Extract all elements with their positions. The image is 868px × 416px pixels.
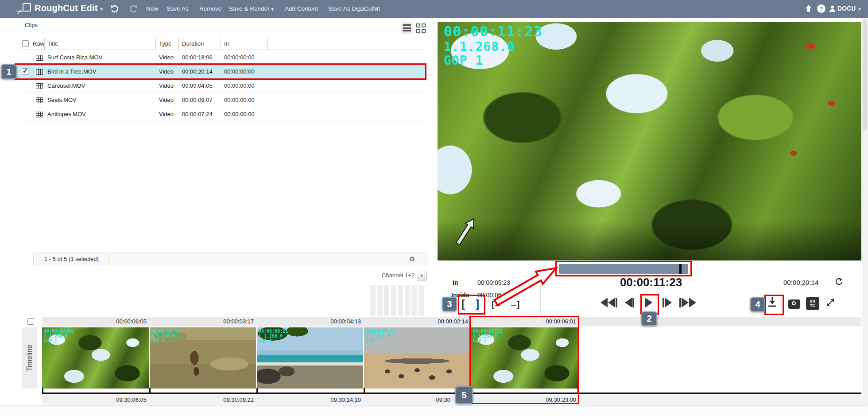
annotation-badge-1: 1 [1,64,17,79]
step-forward-button[interactable] [663,298,672,307]
ruler-tick [256,388,258,393]
app-title[interactable]: RoughCut Edit [35,3,98,13]
in-label: In [453,279,458,286]
user-icon[interactable] [829,5,836,12]
clip-out-timecode: 00:00:20:14 [783,279,818,286]
clip-type: Video [159,82,174,89]
fullscreen-icon[interactable] [825,298,835,307]
column-divider [267,38,268,50]
clip-duration: 00:00:09:07 [182,97,213,103]
horizontal-scrollbar[interactable]: ‹ › [0,405,868,416]
clip-type: Video [159,54,174,61]
column-header-type[interactable]: Type [159,40,171,47]
video-timecode-overlay: 00:00:11:23 1.1.268.0 GOP 1 [444,24,542,68]
ruler-tick [42,388,43,393]
row-divider [18,93,426,93]
annotation-badge-3: 3 [442,297,457,311]
clip-in: 00:00:00:00 [224,97,255,103]
raw-clip-icon [36,83,43,89]
column-header-title[interactable]: Title [47,40,58,47]
clips-count-status: 1 - 5 of 5 (1 selected) [44,256,99,262]
annotation-box-mark-buttons [458,295,485,315]
app-title-chevron-icon[interactable]: ▾ [100,6,103,12]
raw-clip-icon [36,55,43,61]
gear-icon[interactable] [409,255,415,263]
raw-clip-icon [36,112,43,117]
int-tc-line2: TC [806,303,819,308]
save-render-chevron-icon[interactable]: ▾ [271,6,274,12]
clip-title: Antilopes.MOV [47,111,86,117]
clip-in: 00:00:00:00 [224,82,255,89]
raw-clip-icon [36,97,43,103]
timeline-select-checkbox[interactable] [27,318,34,325]
overlay-timecode: 00:00:11:23 [444,24,542,40]
mouse-cursor-arrow [454,215,479,246]
segment-source-timecode: 09:30:14:10 [257,396,363,404]
previous-clip-button[interactable] [601,298,617,307]
next-clip-button[interactable] [679,298,696,307]
status-divider [108,253,109,266]
segment-duration: 00:00:04:13 [257,317,363,326]
internal-timecode-toggle[interactable]: Int TC [806,297,819,310]
toolbar: ✂ RoughCut Edit ▾ New Save As Remove Sav… [0,0,868,18]
timeline-clip-thumbnail[interactable]: 00:00:04:071.1.268.0GOP 1 [150,327,256,389]
annotation-box-timeline-clip [469,316,579,404]
clip-title: Carousel.MOV [47,82,85,89]
segment-duration: 00:00:06:05 [42,317,149,326]
column-divider [44,38,45,50]
timeline-clip-thumbnail[interactable]: 00:00:00:211.1.268.0GOP 1 [257,327,363,389]
ruler-tick [149,388,151,393]
save-render-button[interactable]: Save & Render [229,5,270,12]
list-view-icon[interactable] [401,22,413,34]
timeline-label: Timeline [22,327,37,389]
column-divider [221,38,221,50]
upload-icon[interactable] [805,4,813,13]
vertical-scrollbar[interactable] [862,18,868,416]
refresh-icon[interactable] [834,278,842,286]
user-chevron-icon[interactable]: ▾ [858,6,861,12]
vertical-scrollbar-thumb[interactable] [863,19,867,130]
annotation-box-download [764,295,784,315]
redo-icon[interactable] [129,4,138,13]
new-button[interactable]: New [146,5,158,12]
add-content-button[interactable]: Add Content [285,5,318,12]
annotation-box-seek-bar [555,261,692,276]
timeline-clip-thumbnail[interactable]: 00:00:04:041.1.268.0GOP 1 [42,327,149,389]
save-as-button[interactable]: Save As [167,5,189,12]
column-header-in[interactable]: In [224,40,229,47]
segment-duration: 00:00:02:14 [364,317,470,326]
clips-panel-title: Clips [25,22,38,28]
column-header-duration[interactable]: Duration [182,40,204,47]
clip-in: 00:00:00:00 [224,54,255,61]
undo-icon[interactable] [110,4,119,13]
clip-duration: 00:00:07:24 [182,111,213,117]
select-all-checkbox[interactable] [22,40,29,47]
annotation-badge-2: 2 [641,311,657,326]
remove-button[interactable]: Remove [199,5,221,12]
channel-select[interactable] [417,271,426,280]
snapshot-camera-icon[interactable] [788,299,800,309]
audio-level-meters [370,285,426,316]
annotation-badge-5: 5 [455,386,473,404]
clip-title: Seals.MOV [47,97,77,103]
roughcut-edit-app: ✂ RoughCut Edit ▾ New Save As Remove Sav… [0,0,868,416]
column-header-raw[interactable]: Raw [33,40,44,47]
annotation-box-selected-clip [15,63,426,80]
timeline-ruler[interactable] [42,393,861,394]
help-icon[interactable]: ? [817,4,825,13]
segment-source-timecode: 09:30:09:22 [150,396,256,404]
row-divider [18,121,426,121]
clip-type: Video [159,97,174,103]
segment-duration: 00:00:03:17 [150,317,256,326]
column-divider [178,38,179,50]
clip-duration: 00:00:04:05 [182,82,213,89]
grid-view-icon[interactable] [416,23,426,33]
segment-source-timecode: 09:30:06:05 [42,396,149,404]
annotation-badge-4: 4 [750,297,765,312]
step-back-button[interactable] [625,298,634,307]
timeline-clip-thumbnail[interactable]: 00:00:05:231.1.268.0GOP 1 [364,327,470,389]
clip-in: 00:00:00:00 [224,111,255,117]
user-name[interactable]: DOCU [837,5,856,12]
save-as-digacutmt-button[interactable]: Save As DigaCutMt [328,5,380,12]
segment-source-timecode: 09:30 [364,396,453,404]
